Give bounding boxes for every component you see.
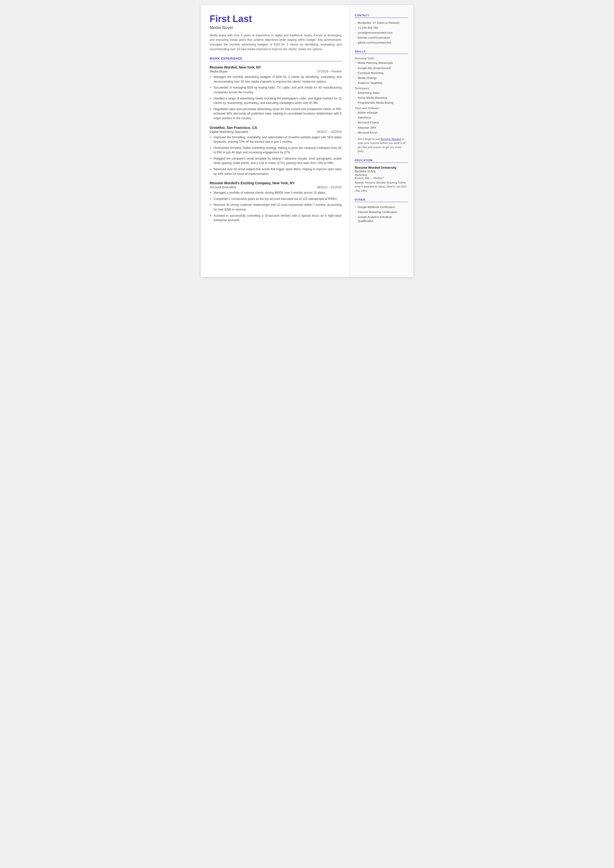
edu-degree: Bachelor of Arts	[355, 170, 408, 173]
candidate-title: Media Buyer	[209, 25, 342, 30]
job-2-header-row: Digital Marketing Specialist 05/2017 – 1…	[209, 130, 342, 134]
job-3-company: Resume Worded's Exciting Company, New Yo…	[209, 181, 342, 185]
candidate-name: First Last	[209, 14, 342, 24]
job-3-dates: 08/2012 – 01/2015	[317, 185, 342, 189]
other-item: Inbound Marketing Certification.	[355, 210, 408, 214]
work-experience-header: WORK EXPERIENCE	[209, 57, 342, 61]
contact-item-email: email@resumeworded.com	[355, 31, 408, 35]
technical-skills-label: Technical Skills:	[355, 57, 408, 60]
list-item: Negotiated rates and purchased advertisi…	[209, 107, 342, 121]
job-3-header-row: Account Executive 08/2012 – 01/2015	[209, 185, 342, 189]
job-1-header-row: Media Buyer 07/2019 – Present	[209, 70, 342, 73]
list-item: Managed a portfolio of national clients,…	[209, 190, 342, 195]
skill-item: Salesforce	[355, 115, 408, 120]
contact-item-location: Montpelier, VT (Open to Remote)	[355, 21, 408, 25]
skill-item: Media Strategy	[355, 76, 408, 80]
job-3: Resume Worded's Exciting Company, New Yo…	[209, 181, 342, 222]
tools-label: Tools and Software:	[355, 107, 408, 110]
skill-item: Audience Targeting	[355, 81, 408, 85]
contact-item-phone: +1-234-456-789	[355, 26, 408, 30]
job-1-role: Media Buyer	[209, 70, 228, 73]
other-list: Google AdWords Certification Inbound Mar…	[355, 205, 408, 223]
other-section: OTHER Google AdWords Certification Inbou…	[355, 198, 408, 223]
candidate-summary: Media buyer with over 9 years of experie…	[209, 33, 342, 51]
list-item: Nurtured 35 strong customer relationship…	[209, 202, 342, 212]
resume-worded-link[interactable]: Resume Worded	[381, 137, 401, 140]
job-2-dates: 05/2017 – 10/2019	[317, 130, 342, 134]
job-2-bullets: Improved the formatting, readability, an…	[209, 135, 342, 176]
edu-awards: Awards: Resume Worded Teaching Fellow (o…	[355, 180, 408, 193]
techniques-list: Advertising Sales Social Media Marketing…	[355, 91, 408, 105]
other-item: Google AdWords Certification	[355, 205, 408, 209]
edu-location-date: Boston, MA — 05/2017	[355, 177, 408, 180]
list-item: Overhauled Growthsi Twitter marketing st…	[209, 146, 342, 155]
job-1: Resume Worded, New York, NY Media Buyer …	[209, 65, 342, 120]
skill-item: Social Media Marketing	[355, 96, 408, 100]
education-section: EDUCATION Resume Worded University Bache…	[355, 159, 408, 193]
skill-item: Google Ads (Experienced)	[355, 66, 408, 70]
list-item: Succeeded in managing $2M by buying radi…	[209, 86, 342, 95]
list-item: Rejigged the company's email template by…	[209, 156, 342, 165]
job-3-role: Account Executive	[209, 185, 236, 189]
contact-list: Montpelier, VT (Open to Remote) +1-234-4…	[355, 21, 408, 45]
job-1-dates: 07/2019 – Present	[317, 70, 342, 73]
other-item: Google Analytics Individual Qualificatio…	[355, 215, 408, 223]
tools-list: Adobe InDesign Salesforce Microsoft Proj…	[355, 110, 408, 134]
technical-skills-list: Media Planning (Advanced) Google Ads (Ex…	[355, 61, 408, 85]
contact-item-github: github.com/resumeworded	[355, 40, 408, 45]
contact-section: CONTACT Montpelier, VT (Open to Remote) …	[355, 14, 408, 45]
list-item: Handled a range of advertising needs inc…	[209, 96, 342, 105]
education-header: EDUCATION	[355, 159, 408, 163]
list-item: Completed 2 consecutive years as the top…	[209, 197, 342, 201]
edu-field: Marketing	[355, 173, 408, 176]
right-column: CONTACT Montpelier, VT (Open to Remote) …	[349, 5, 413, 277]
other-header: OTHER	[355, 198, 408, 202]
skill-item: Adobe InDesign	[355, 110, 408, 115]
resume-worded-promo: Don't forget to use Resume Worded to sca…	[355, 137, 408, 153]
skill-item: Microsoft Project	[355, 120, 408, 124]
job-1-bullets: Managed the monthly advertising budgets …	[209, 75, 342, 120]
left-column: First Last Media Buyer Media buyer with …	[201, 5, 349, 277]
job-3-bullets: Managed a portfolio of national clients,…	[209, 190, 342, 222]
skill-item: Advertising Sales	[355, 91, 408, 95]
list-item: Assisted in successfully controlling a 3…	[209, 213, 342, 222]
skill-item: Microsoft Excel	[355, 131, 408, 135]
job-2: Growthsi, San Francisco, CA Digital Mark…	[209, 126, 342, 176]
skill-item: Media Planning (Advanced)	[355, 61, 408, 65]
techniques-label: Techniques:	[355, 87, 408, 90]
list-item: Removed over 40 email subject-line words…	[209, 167, 342, 176]
contact-item-linkedin: linkedin.com/in/username	[355, 36, 408, 40]
job-1-company: Resume Worded, New York, NY	[209, 65, 342, 69]
skill-item: Atlassian JIRA	[355, 126, 408, 130]
resume-container: First Last Media Buyer Media buyer with …	[201, 5, 413, 277]
contact-header: CONTACT	[355, 14, 408, 18]
list-item: Managed the monthly advertising budgets …	[209, 75, 342, 84]
edu-school: Resume Worded University	[355, 166, 408, 170]
skill-item: Programmatic Media Buying	[355, 101, 408, 105]
job-2-role: Digital Marketing Specialist	[209, 130, 248, 134]
skills-section: SKILLS Technical Skills: Media Planning …	[355, 50, 408, 153]
job-2-company: Growthsi, San Francisco, CA	[209, 126, 342, 130]
skill-item: Facebook Marketing	[355, 71, 408, 75]
list-item: Improved the formatting, readability, an…	[209, 135, 342, 144]
skills-header: SKILLS	[355, 50, 408, 54]
